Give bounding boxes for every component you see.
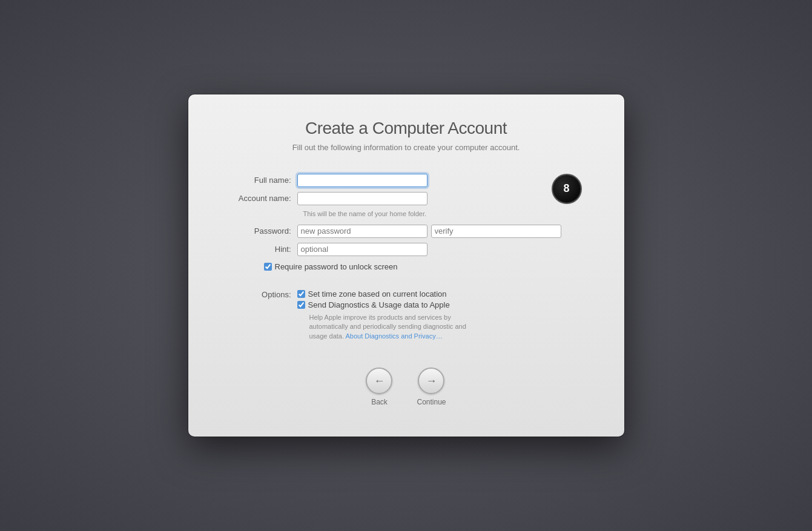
home-folder-note: This will be the name of your home folde… (303, 210, 667, 217)
password-label: Password: (225, 226, 297, 236)
avatar-button[interactable]: 8 (552, 174, 582, 204)
options-section: Options: Set time zone based on current … (225, 289, 588, 343)
continue-button[interactable]: → Continue (417, 368, 446, 406)
account-name-label: Account name: (225, 194, 297, 203)
options-label: Options: (225, 289, 297, 299)
create-account-dialog: Create a Computer Account Fill out the f… (188, 94, 624, 437)
diagnostics-description: Help Apple improve its products and serv… (309, 313, 479, 341)
page-subtitle: Fill out the following information to cr… (292, 143, 520, 152)
full-name-row: Full name: (225, 174, 588, 187)
diagnostics-checkbox[interactable] (297, 301, 305, 309)
full-name-input[interactable] (297, 174, 427, 187)
password-row: Password: (225, 225, 588, 238)
continue-arrow-icon: → (426, 375, 437, 386)
hint-row: Hint: (225, 243, 588, 256)
password-verify-input[interactable] (431, 225, 561, 238)
back-button[interactable]: ← Back (366, 368, 392, 406)
account-name-input[interactable] (297, 192, 427, 205)
password-input[interactable] (297, 225, 427, 238)
page-title: Create a Computer Account (305, 119, 507, 138)
diagnostics-link[interactable]: About Diagnostics and Privacy… (345, 332, 442, 340)
back-arrow-icon: ← (374, 375, 385, 386)
form-area: Full name: 8 Account name: This will be … (225, 174, 588, 343)
continue-label: Continue (417, 398, 446, 406)
avatar-container: 8 (552, 174, 582, 204)
require-password-row: Require password to unlock screen (264, 262, 627, 271)
nav-buttons: ← Back → Continue (366, 368, 446, 406)
hint-input[interactable] (297, 243, 427, 256)
account-name-row: Account name: (225, 192, 588, 205)
options-row: Options: Set time zone based on current … (225, 289, 588, 341)
full-name-label: Full name: (225, 176, 297, 185)
avatar-icon: 8 (563, 182, 569, 195)
require-password-checkbox[interactable] (264, 263, 272, 271)
require-password-label: Require password to unlock screen (275, 262, 398, 271)
options-content: Set time zone based on current location … (297, 289, 479, 341)
diagnostics-label: Send Diagnostics & Usage data to Apple (308, 300, 450, 309)
timezone-label: Set time zone based on current location (308, 289, 447, 298)
hint-label: Hint: (225, 245, 297, 254)
avatar-inner: 8 (553, 176, 580, 202)
back-circle: ← (366, 368, 392, 394)
timezone-checkbox[interactable] (297, 290, 305, 298)
continue-circle: → (418, 368, 444, 394)
diagnostics-row: Send Diagnostics & Usage data to Apple (297, 300, 479, 309)
back-label: Back (371, 398, 388, 406)
timezone-row: Set time zone based on current location (297, 289, 479, 298)
password-group (297, 225, 561, 238)
